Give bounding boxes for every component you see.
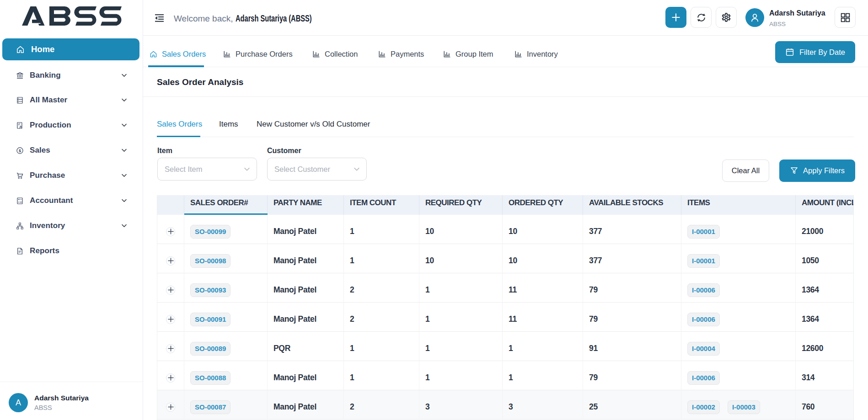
svg-text:$: $ xyxy=(19,148,21,153)
